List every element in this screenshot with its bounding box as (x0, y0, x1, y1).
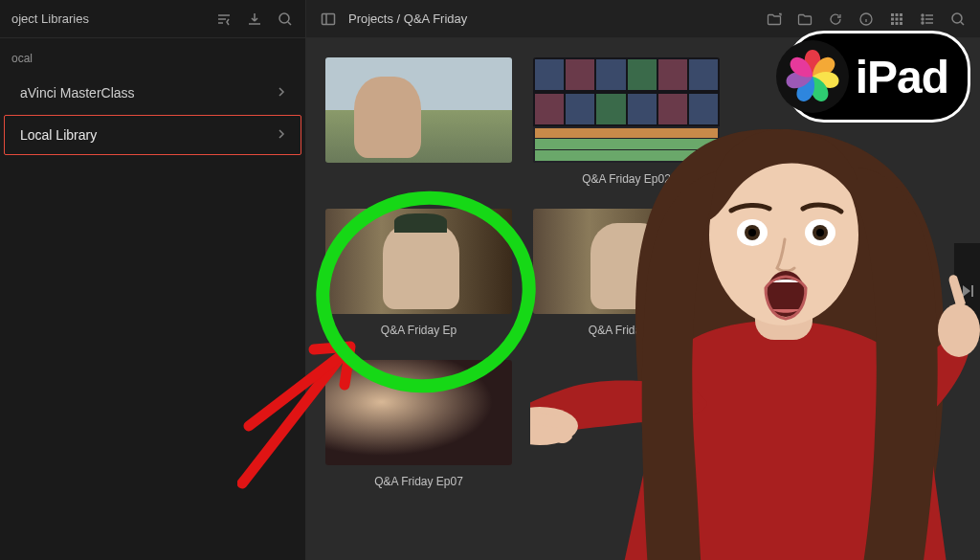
import-icon[interactable] (246, 11, 263, 28)
project-thumbnail (533, 209, 720, 314)
panel-toggle-icon[interactable] (320, 11, 337, 28)
svg-rect-10 (896, 22, 899, 25)
project-card[interactable]: Q&A Friday Ep (533, 209, 720, 337)
sidebar-header-icons (215, 11, 294, 28)
info-icon[interactable] (858, 11, 875, 28)
main-header-right (766, 11, 967, 28)
sidebar-item-masterclass[interactable]: aVinci MasterClass (4, 73, 301, 113)
svg-rect-3 (891, 13, 894, 16)
ipad-badge: iPad (786, 31, 970, 123)
svg-point-0 (279, 13, 289, 23)
svg-point-15 (952, 13, 962, 23)
search-icon[interactable] (277, 11, 294, 28)
sort-icon[interactable] (215, 11, 233, 28)
sidebar-item-local-library[interactable]: Local Library (4, 115, 301, 155)
sidebar-title: oject Libraries (11, 11, 89, 26)
project-title: Q&A Friday Ep (325, 324, 512, 337)
sidebar: oject Libraries (0, 0, 306, 560)
next-icon[interactable] (959, 282, 976, 300)
project-title: Q&A Friday Ep07 (325, 475, 512, 488)
sidebar-item-label: aVinci MasterClass (20, 85, 135, 101)
refresh-icon[interactable] (827, 11, 844, 28)
chevron-right-icon (278, 128, 285, 142)
sidebar-section: ocal aVinci MasterClass Local Library (0, 38, 305, 165)
davinci-logo-icon (775, 39, 850, 114)
main-header-left: Projects / Q&A Friday (320, 11, 467, 28)
svg-rect-11 (900, 22, 902, 25)
project-title: Q&A Friday Ep02 (533, 172, 720, 186)
project-card[interactable] (325, 57, 512, 186)
section-label-local: ocal (0, 46, 305, 71)
new-folder-icon[interactable] (766, 11, 783, 28)
sidebar-header: oject Libraries (0, 0, 305, 38)
breadcrumb[interactable]: Projects / Q&A Friday (348, 11, 467, 26)
svg-point-14 (922, 22, 924, 24)
project-card[interactable]: Q&A Friday Ep (325, 209, 512, 337)
svg-rect-7 (896, 17, 899, 20)
svg-rect-9 (891, 22, 894, 25)
svg-point-12 (922, 14, 924, 16)
project-title: Q&A Friday Ep (533, 324, 720, 337)
folder-icon[interactable] (796, 11, 813, 28)
list-view-icon[interactable] (919, 11, 936, 28)
chevron-right-icon (278, 86, 285, 100)
svg-rect-1 (323, 13, 335, 24)
sidebar-item-label: Local Library (20, 127, 97, 143)
svg-rect-4 (896, 13, 899, 16)
project-card[interactable]: Q&A Friday Ep02 (533, 57, 720, 186)
transport-panel (953, 243, 980, 339)
project-thumbnail (325, 57, 512, 163)
project-card[interactable]: Q&A Friday Ep07 (325, 360, 512, 488)
search-icon[interactable] (949, 11, 967, 28)
svg-rect-8 (900, 17, 902, 20)
grid-view-icon[interactable] (888, 11, 905, 28)
svg-rect-6 (891, 17, 894, 20)
project-thumbnail (325, 209, 512, 314)
svg-rect-5 (900, 13, 902, 16)
badge-text: iPad (856, 51, 948, 103)
project-thumbnail (325, 360, 512, 465)
svg-point-13 (922, 18, 924, 20)
project-thumbnail (533, 57, 720, 163)
